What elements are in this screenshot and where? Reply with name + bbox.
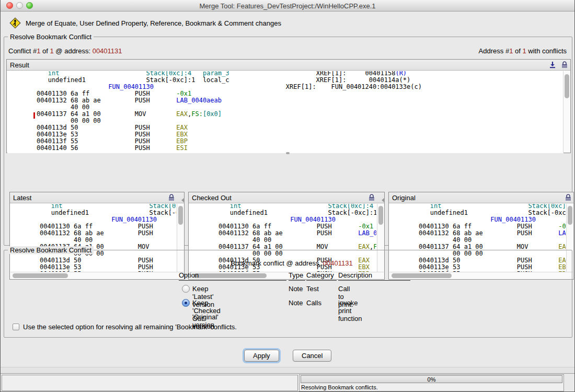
bookmark-conflict-title: Bookmark conflict @ address :00401131 [187, 259, 396, 267]
listing-cursor [33, 112, 35, 119]
banner-text: Merge of Equate, User Defined Property, … [26, 19, 281, 27]
bookmark-category: Calls [306, 299, 321, 307]
original-panel-title: Original [392, 194, 416, 202]
scrollbar-thumb[interactable] [565, 74, 569, 98]
lock-icon[interactable] [561, 61, 568, 68]
checked-out-panel-title: Checked Out [192, 194, 232, 202]
result-panel: Result int [6, 59, 571, 153]
use-for-all-label[interactable]: Use the selected option for resolving al… [23, 323, 237, 331]
status-strip [1, 367, 574, 374]
scrollbar-thumb[interactable] [568, 206, 572, 225]
bookmark-description: invoke print function [338, 299, 362, 322]
column-header-description: Description [338, 271, 410, 281]
splitter-collapse-icon[interactable] [181, 198, 185, 203]
use-for-all-checkbox[interactable] [13, 324, 19, 330]
splitter-collapse-icon[interactable] [382, 198, 385, 203]
keep-latest-radio[interactable] [182, 285, 190, 293]
result-panel-header: Result [7, 60, 570, 71]
address-counter: Address #1 of 1 with conflicts [479, 47, 567, 55]
progress-percent: 0% [301, 376, 562, 383]
group-label: Resolve Bookmark Conflict [8, 246, 94, 254]
lock-icon[interactable] [168, 194, 175, 201]
merge-tool-window: Merge Tool: Features_DevTestProject:/Win… [0, 0, 575, 392]
latest-panel-title: Latest [13, 194, 31, 202]
resolve-option-group: Resolve Bookmark Conflict Bookmark confl… [4, 250, 572, 338]
column-header-type: Type [289, 271, 305, 281]
cancel-button[interactable]: Cancel [293, 350, 331, 362]
merge-sign-icon [9, 17, 21, 29]
result-vertical-scrollbar[interactable] [563, 71, 570, 153]
window-title: Merge Tool: Features_DevTestProject:/Win… [1, 2, 574, 10]
down-arrow-icon[interactable] [549, 61, 556, 68]
status-panel-left [2, 375, 298, 391]
title-bar: Merge Tool: Features_DevTestProject:/Win… [1, 0, 574, 11]
latest-panel-header: Latest [10, 192, 184, 203]
conflict-counter: Conflict #1 of 1 @ address: 00401131 [8, 47, 122, 55]
column-header-category: Category [306, 271, 337, 281]
status-message: Resolving Bookmark conflicts. [301, 384, 378, 390]
keep-checked-out-radio[interactable] [182, 299, 190, 307]
lock-icon[interactable] [369, 194, 375, 201]
bookmark-type: Note [289, 285, 303, 293]
apply-button[interactable]: Apply [244, 350, 279, 362]
splitter-handle[interactable] [286, 152, 290, 154]
scrollbar-thumb[interactable] [378, 206, 383, 225]
result-panel-title: Result [10, 61, 29, 69]
resolve-bookmark-conflict-group: Resolve Bookmark Conflict Conflict #1 of… [4, 37, 572, 246]
bookmark-category: Test [306, 285, 319, 293]
progress-bar: 0% [301, 375, 562, 383]
checked-out-panel-header: Checked Out [189, 192, 384, 203]
merge-phase-banner: Merge of Equate, User Defined Property, … [1, 11, 574, 34]
original-panel-header: Original [389, 192, 573, 203]
column-header-option: Option [179, 271, 286, 281]
result-listing[interactable]: int Stack[0xc]:4 param_3 XREF[1]: 004011… [7, 71, 564, 153]
group-label: Resolve Bookmark Conflict [8, 33, 94, 41]
status-panel-right: 0% Resolving Bookmark conflicts. [299, 374, 564, 391]
bookmark-type: Note [289, 299, 303, 307]
scrollbar-thumb[interactable] [178, 206, 183, 225]
lock-icon[interactable] [565, 194, 571, 201]
